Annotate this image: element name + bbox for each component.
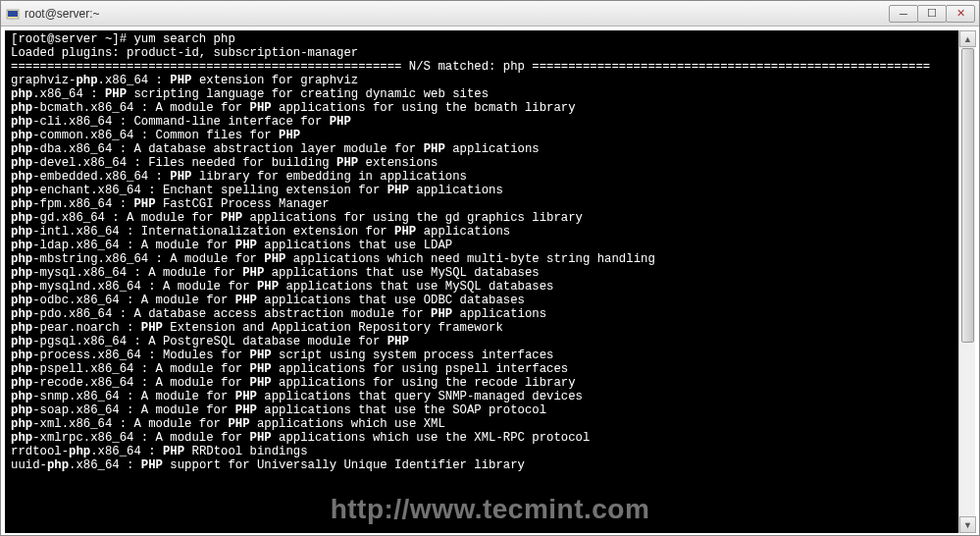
close-button[interactable]: ✕ xyxy=(946,5,975,23)
scroll-up-arrow[interactable]: ▲ xyxy=(959,30,976,47)
maximize-icon: ☐ xyxy=(927,7,937,20)
close-icon: ✕ xyxy=(956,7,965,20)
maximize-button[interactable]: ☐ xyxy=(917,5,947,23)
titlebar[interactable]: root@server:~ ─ ☐ ✕ xyxy=(1,1,979,27)
window-title: root@server:~ xyxy=(25,7,890,21)
terminal[interactable]: [root@server ~]# yum search php Loaded p… xyxy=(5,30,975,533)
minimize-button[interactable]: ─ xyxy=(889,5,918,23)
putty-icon xyxy=(5,6,21,22)
scroll-down-arrow[interactable]: ▼ xyxy=(959,516,976,533)
svg-rect-1 xyxy=(8,11,18,17)
putty-window: root@server:~ ─ ☐ ✕ [root@server ~]# yum… xyxy=(0,0,980,536)
svg-rect-2 xyxy=(11,19,15,21)
scrollbar[interactable]: ▲ ▼ xyxy=(958,30,975,533)
scrollbar-thumb[interactable] xyxy=(961,48,974,343)
minimize-icon: ─ xyxy=(900,8,907,20)
window-controls: ─ ☐ ✕ xyxy=(890,5,975,23)
